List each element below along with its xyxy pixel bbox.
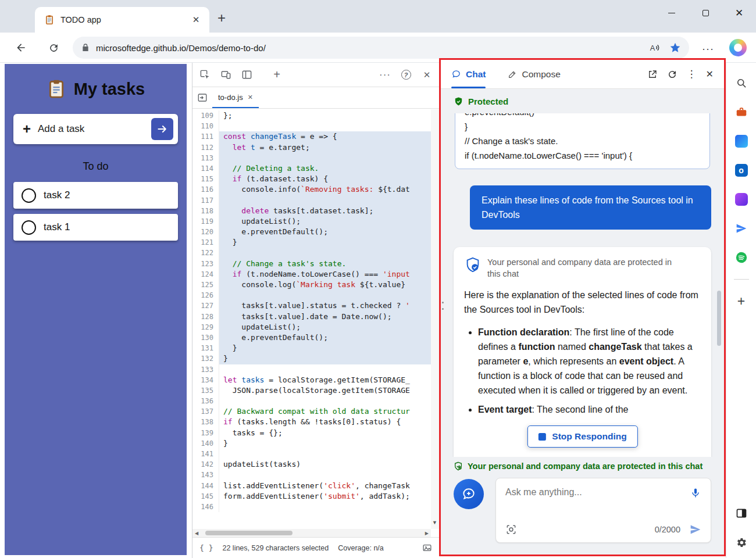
inspect-element-icon[interactable] (196, 66, 213, 84)
spotify-icon[interactable] (734, 250, 749, 265)
tab-compose-label: Compose (522, 69, 560, 80)
tab-compose[interactable]: Compose (508, 60, 560, 88)
copilot-logo-icon[interactable] (729, 39, 747, 56)
open-in-new-window-icon[interactable] (647, 69, 658, 80)
chat-input[interactable]: Ask me anything... 0/2000 (495, 478, 711, 543)
copilot-close-icon[interactable]: ✕ (706, 69, 714, 80)
refresh-icon[interactable] (45, 40, 62, 56)
add-task-submit-button[interactable] (151, 118, 173, 140)
code-line: 115 if (t.dataset.task) { (192, 174, 439, 184)
code-line: 114 // Deleting a task. (192, 163, 439, 174)
compose-pencil-icon (508, 70, 517, 79)
todo-page: My tasks + Add a task To do task 2task 1 (0, 63, 192, 558)
designer-icon[interactable] (734, 192, 749, 207)
code-line: 126 (192, 290, 439, 301)
code-line: 137// Backward compat with old data stru… (192, 406, 439, 417)
chat-bubble-icon (451, 69, 461, 79)
new-tab-button[interactable]: + (214, 10, 229, 26)
todo-app-panel: My tasks + Add a task To do task 2task 1 (5, 64, 187, 555)
favorite-star-icon[interactable] (669, 42, 681, 53)
new-topic-button[interactable] (454, 479, 484, 509)
devtools-panel: + ··· ? ✕ to-do.js ✕ 109};110111const ch… (192, 63, 439, 558)
tab-chat-label: Chat (466, 69, 486, 80)
scroll-right-arrow-icon[interactable]: ▶ (425, 531, 429, 536)
copilot-refresh-icon[interactable] (667, 69, 677, 80)
stop-responding-label: Stop Responding (552, 431, 626, 442)
file-tab-to-do-js[interactable]: to-do.js ✕ (212, 87, 259, 108)
browser-tab[interactable]: TODO app ✕ (35, 7, 209, 33)
code-line: 132} (192, 353, 439, 364)
navigator-toggle-icon[interactable] (192, 87, 212, 108)
copilot-header: Chat Compose ⋮ ✕ (441, 60, 724, 89)
tab-chat[interactable]: Chat (451, 60, 486, 88)
devtools-tab-row: to-do.js ✕ (192, 87, 439, 109)
chat-input-placeholder[interactable]: Ask me anything... (505, 487, 690, 498)
file-tab-close-icon[interactable]: ✕ (248, 94, 253, 101)
window-close-button[interactable]: ✕ (722, 0, 756, 26)
add-to-sidebar-icon[interactable]: + (734, 294, 749, 309)
back-icon[interactable] (13, 40, 29, 56)
settings-gear-icon[interactable] (734, 535, 749, 550)
add-task-field[interactable]: + Add a task (13, 114, 178, 144)
screenshot-status-icon[interactable] (422, 543, 432, 553)
outlook-icon[interactable]: o (734, 163, 749, 178)
devtools-close-icon[interactable]: ✕ (418, 66, 436, 84)
tab-strip: TODO app ✕ + ✕ (0, 0, 756, 33)
address-bar[interactable]: microsoftedge.github.io/Demos/demo-to-do… (73, 37, 689, 59)
minimize-button[interactable] (655, 0, 689, 26)
panel-layout-icon[interactable] (238, 66, 255, 84)
editor-vertical-scrollbar[interactable] (431, 109, 439, 529)
code-line: 131 } (192, 343, 439, 353)
code-line: 125 console.log(`Marking task ${t.value} (192, 280, 439, 290)
code-line: 142updateList(tasks) (192, 459, 439, 470)
url-text[interactable]: microsoftedge.github.io/Demos/demo-to-do… (96, 43, 640, 53)
shield-check-green-icon (454, 96, 463, 106)
visual-search-icon[interactable] (505, 524, 517, 535)
copilot-conversation[interactable]: e.preventDefault()}// Change a task's st… (441, 113, 724, 457)
copilot-more-icon[interactable]: ⋮ (687, 68, 697, 80)
tools-briefcase-icon[interactable] (734, 105, 749, 120)
code-line: 141 (192, 449, 439, 459)
code-line: 124 if (t.nodeName.toLowerCase() === 'in… (192, 269, 439, 280)
horizontal-scroll-thumb[interactable] (205, 531, 293, 535)
sidebar-panel-icon[interactable] (734, 506, 749, 521)
task-checkbox-icon[interactable] (22, 188, 36, 203)
device-emulation-icon[interactable] (217, 66, 234, 84)
help-icon[interactable]: ? (397, 66, 415, 84)
pretty-print-icon[interactable]: { } (199, 543, 213, 552)
code-editor[interactable]: 109};110111const changeTask = e => {112 … (192, 109, 439, 529)
tab-close-icon[interactable]: ✕ (188, 12, 204, 27)
toolbar-more-icon[interactable]: ··· (702, 43, 714, 55)
code-line: 116 console.info(`Removing tasks: ${t.da… (192, 184, 439, 195)
shield-check-green-icon (454, 462, 463, 471)
code-line: 140} (192, 438, 439, 449)
protected-label: Protected (468, 96, 508, 106)
search-icon[interactable] (734, 76, 749, 91)
task-item[interactable]: task 2 (13, 182, 178, 209)
microsoft-365-icon[interactable] (734, 134, 749, 149)
stop-responding-button[interactable]: Stop Responding (527, 425, 637, 448)
add-task-placeholder[interactable]: Add a task (38, 123, 151, 135)
conversation-scrollbar[interactable] (717, 291, 721, 346)
send-icon[interactable] (690, 524, 701, 535)
task-item[interactable]: task 1 (13, 214, 178, 241)
editor-horizontal-scrollbar[interactable]: ◀ ▶ (192, 529, 431, 537)
shield-check-blue-icon (464, 256, 482, 274)
microphone-icon[interactable] (690, 487, 701, 499)
code-line: 128 tasks[t.value].date = Date.now(); (192, 312, 439, 322)
code-line: 109}; (192, 110, 439, 121)
maximize-button[interactable] (689, 0, 722, 26)
window-controls: ✕ (655, 0, 756, 26)
rail-divider (734, 279, 749, 280)
answer-list: Function declaration: The first line of … (478, 325, 701, 417)
drop-icon[interactable] (734, 221, 749, 236)
code-line: 119 updateList(); (192, 216, 439, 227)
read-aloud-icon[interactable]: A (648, 41, 661, 54)
add-tool-icon[interactable]: + (268, 66, 286, 84)
devtools-more-icon[interactable]: ··· (376, 66, 394, 84)
scroll-down-arrow-icon[interactable]: ▼ (432, 520, 437, 525)
task-checkbox-icon[interactable] (22, 220, 36, 235)
task-list: task 2task 1 (13, 182, 178, 241)
site-info-lock-icon[interactable] (81, 43, 90, 52)
scroll-left-arrow-icon[interactable]: ◀ (195, 531, 198, 536)
